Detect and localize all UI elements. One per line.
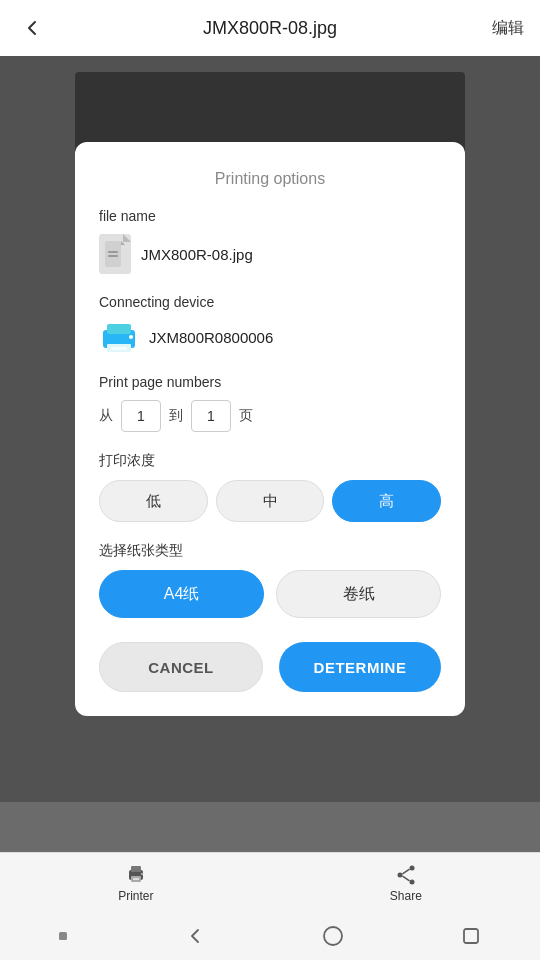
density-section: 打印浓度 低 中 高 <box>99 452 441 522</box>
dialog-actions: CANCEL DETERMINE <box>99 642 441 692</box>
svg-rect-19 <box>59 932 67 940</box>
print-options-dialog: Printing options file name JMX800R-08.jp… <box>75 142 465 716</box>
svg-point-8 <box>129 335 133 339</box>
svg-rect-12 <box>133 878 139 880</box>
paper-label: 选择纸张类型 <box>99 542 441 560</box>
cancel-button[interactable]: CANCEL <box>99 642 263 692</box>
density-label: 打印浓度 <box>99 452 441 470</box>
top-bar: JMX800R-08.jpg 编辑 <box>0 0 540 56</box>
page-numbers-label: Print page numbers <box>99 374 441 390</box>
svg-rect-3 <box>108 255 118 257</box>
dialog-overlay: Printing options file name JMX800R-08.jp… <box>0 56 540 802</box>
nav-back-button[interactable] <box>183 924 207 948</box>
from-label: 从 <box>99 407 113 425</box>
paper-section: 选择纸张类型 A4纸 卷纸 <box>99 542 441 618</box>
file-section-label: file name <box>99 208 441 224</box>
paper-roll-button[interactable]: 卷纸 <box>276 570 441 618</box>
density-low-button[interactable]: 低 <box>99 480 208 522</box>
svg-line-18 <box>402 876 409 881</box>
svg-point-16 <box>409 879 414 884</box>
from-page-input[interactable] <box>121 400 161 432</box>
file-icon <box>99 234 131 274</box>
page-range-row: 从 到 页 <box>99 400 441 432</box>
nav-home-button[interactable] <box>321 924 345 948</box>
svg-point-20 <box>324 927 342 945</box>
svg-line-17 <box>402 869 409 874</box>
svg-point-14 <box>409 865 414 870</box>
to-label: 到 <box>169 407 183 425</box>
svg-rect-7 <box>111 347 127 350</box>
svg-rect-5 <box>107 324 131 334</box>
nav-indicator-button[interactable] <box>57 930 69 942</box>
determine-button[interactable]: DETERMINE <box>279 642 441 692</box>
density-buttons: 低 中 高 <box>99 480 441 522</box>
density-mid-button[interactable]: 中 <box>216 480 325 522</box>
svg-point-13 <box>141 872 143 874</box>
svg-rect-21 <box>464 929 478 943</box>
paper-a4-button[interactable]: A4纸 <box>99 570 264 618</box>
svg-rect-10 <box>131 866 141 872</box>
nav-bar <box>0 912 540 960</box>
file-row: JMX800R-08.jpg <box>99 234 441 274</box>
file-name-text: JMX800R-08.jpg <box>141 246 253 263</box>
device-row: JXM800R0800006 <box>99 320 441 354</box>
svg-rect-2 <box>108 251 118 253</box>
page-numbers-section: Print page numbers 从 到 页 <box>99 374 441 432</box>
paper-buttons: A4纸 卷纸 <box>99 570 441 618</box>
page-title: JMX800R-08.jpg <box>203 18 337 39</box>
bottom-toolbar: Printer Share <box>0 852 540 912</box>
nav-recent-button[interactable] <box>459 924 483 948</box>
printer-toolbar-item[interactable]: Printer <box>118 863 153 903</box>
printer-device-icon <box>99 320 139 354</box>
device-section-label: Connecting device <box>99 294 441 310</box>
svg-marker-1 <box>121 241 125 245</box>
printer-toolbar-label: Printer <box>118 889 153 903</box>
dialog-title: Printing options <box>99 170 441 188</box>
to-page-input[interactable] <box>191 400 231 432</box>
share-toolbar-item[interactable]: Share <box>390 863 422 903</box>
density-high-button[interactable]: 高 <box>332 480 441 522</box>
svg-rect-0 <box>105 241 121 267</box>
back-button[interactable] <box>16 12 48 44</box>
device-name-text: JXM800R0800006 <box>149 329 273 346</box>
share-toolbar-label: Share <box>390 889 422 903</box>
page-suffix: 页 <box>239 407 253 425</box>
edit-button[interactable]: 编辑 <box>492 18 524 39</box>
svg-point-15 <box>397 872 402 877</box>
